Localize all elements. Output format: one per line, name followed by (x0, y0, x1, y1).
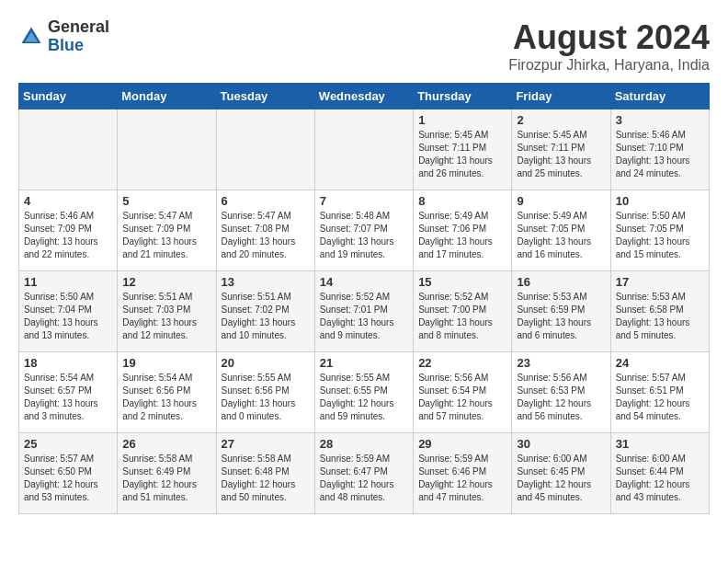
day-number: 17 (616, 275, 704, 289)
day-cell: 3Sunrise: 5:46 AM Sunset: 7:10 PM Daylig… (610, 109, 709, 190)
title-block: August 2024 Firozpur Jhirka, Haryana, In… (508, 18, 710, 74)
weekday-header-tuesday: Tuesday (216, 84, 314, 109)
day-number: 7 (320, 194, 408, 208)
weekday-header-sunday: Sunday (19, 84, 118, 109)
day-info: Sunrise: 5:54 AM Sunset: 6:57 PM Dayligh… (24, 372, 112, 423)
day-info: Sunrise: 5:59 AM Sunset: 6:46 PM Dayligh… (418, 453, 506, 504)
day-info: Sunrise: 5:57 AM Sunset: 6:51 PM Dayligh… (616, 372, 704, 423)
day-cell: 4Sunrise: 5:46 AM Sunset: 7:09 PM Daylig… (19, 190, 118, 271)
day-number: 25 (24, 437, 112, 451)
day-cell: 23Sunrise: 5:56 AM Sunset: 6:53 PM Dayli… (512, 352, 610, 433)
week-row-4: 18Sunrise: 5:54 AM Sunset: 6:57 PM Dayli… (19, 352, 710, 433)
day-info: Sunrise: 5:49 AM Sunset: 7:06 PM Dayligh… (418, 210, 506, 261)
day-cell: 15Sunrise: 5:52 AM Sunset: 7:00 PM Dayli… (414, 271, 512, 352)
day-number: 22 (418, 356, 506, 370)
weekday-header-monday: Monday (118, 84, 216, 109)
day-info: Sunrise: 5:45 AM Sunset: 7:11 PM Dayligh… (418, 129, 506, 180)
day-info: Sunrise: 5:58 AM Sunset: 6:48 PM Dayligh… (222, 453, 310, 504)
day-number: 23 (517, 356, 605, 370)
day-info: Sunrise: 5:48 AM Sunset: 7:07 PM Dayligh… (320, 210, 408, 261)
day-info: Sunrise: 5:54 AM Sunset: 6:56 PM Dayligh… (122, 372, 210, 423)
day-info: Sunrise: 5:53 AM Sunset: 6:58 PM Dayligh… (616, 291, 704, 342)
day-cell: 26Sunrise: 5:58 AM Sunset: 6:49 PM Dayli… (118, 433, 216, 514)
logo-blue: Blue (48, 37, 109, 55)
day-info: Sunrise: 5:53 AM Sunset: 6:59 PM Dayligh… (517, 291, 605, 342)
day-number: 3 (616, 113, 704, 127)
day-number: 30 (517, 437, 605, 451)
day-number: 18 (24, 356, 112, 370)
day-cell: 25Sunrise: 5:57 AM Sunset: 6:50 PM Dayli… (19, 433, 118, 514)
day-cell: 7Sunrise: 5:48 AM Sunset: 7:07 PM Daylig… (314, 190, 413, 271)
day-info: Sunrise: 5:49 AM Sunset: 7:05 PM Dayligh… (517, 210, 605, 261)
week-row-5: 25Sunrise: 5:57 AM Sunset: 6:50 PM Dayli… (19, 433, 710, 514)
day-cell (118, 109, 216, 190)
day-info: Sunrise: 5:46 AM Sunset: 7:09 PM Dayligh… (24, 210, 112, 261)
day-info: Sunrise: 5:47 AM Sunset: 7:09 PM Dayligh… (122, 210, 210, 261)
day-number: 28 (320, 437, 408, 451)
day-cell (19, 109, 118, 190)
logo-icon (18, 24, 44, 50)
day-info: Sunrise: 5:50 AM Sunset: 7:05 PM Dayligh… (616, 210, 704, 261)
day-cell: 17Sunrise: 5:53 AM Sunset: 6:58 PM Dayli… (610, 271, 709, 352)
day-info: Sunrise: 6:00 AM Sunset: 6:44 PM Dayligh… (616, 453, 704, 504)
day-cell: 12Sunrise: 5:51 AM Sunset: 7:03 PM Dayli… (118, 271, 216, 352)
day-number: 15 (418, 275, 506, 289)
day-cell: 6Sunrise: 5:47 AM Sunset: 7:08 PM Daylig… (216, 190, 314, 271)
day-number: 12 (122, 275, 210, 289)
month-year: August 2024 (508, 18, 710, 57)
day-info: Sunrise: 5:47 AM Sunset: 7:08 PM Dayligh… (222, 210, 310, 261)
weekday-header-wednesday: Wednesday (314, 84, 413, 109)
day-cell: 8Sunrise: 5:49 AM Sunset: 7:06 PM Daylig… (414, 190, 512, 271)
week-row-3: 11Sunrise: 5:50 AM Sunset: 7:04 PM Dayli… (19, 271, 710, 352)
day-info: Sunrise: 5:58 AM Sunset: 6:49 PM Dayligh… (122, 453, 210, 504)
day-number: 21 (320, 356, 408, 370)
day-info: Sunrise: 5:52 AM Sunset: 7:00 PM Dayligh… (418, 291, 506, 342)
day-cell: 19Sunrise: 5:54 AM Sunset: 6:56 PM Dayli… (118, 352, 216, 433)
day-cell: 21Sunrise: 5:55 AM Sunset: 6:55 PM Dayli… (314, 352, 413, 433)
weekday-header-row: SundayMondayTuesdayWednesdayThursdayFrid… (19, 84, 710, 109)
logo: General Blue (18, 18, 109, 55)
day-cell: 18Sunrise: 5:54 AM Sunset: 6:57 PM Dayli… (19, 352, 118, 433)
day-info: Sunrise: 5:55 AM Sunset: 6:55 PM Dayligh… (320, 372, 408, 423)
day-cell: 24Sunrise: 5:57 AM Sunset: 6:51 PM Dayli… (610, 352, 709, 433)
week-row-2: 4Sunrise: 5:46 AM Sunset: 7:09 PM Daylig… (19, 190, 710, 271)
day-info: Sunrise: 5:56 AM Sunset: 6:53 PM Dayligh… (517, 372, 605, 423)
day-cell: 28Sunrise: 5:59 AM Sunset: 6:47 PM Dayli… (314, 433, 413, 514)
day-number: 8 (418, 194, 506, 208)
day-cell: 31Sunrise: 6:00 AM Sunset: 6:44 PM Dayli… (610, 433, 709, 514)
day-cell: 1Sunrise: 5:45 AM Sunset: 7:11 PM Daylig… (414, 109, 512, 190)
day-number: 16 (517, 275, 605, 289)
day-cell: 2Sunrise: 5:45 AM Sunset: 7:11 PM Daylig… (512, 109, 610, 190)
day-cell: 29Sunrise: 5:59 AM Sunset: 6:46 PM Dayli… (414, 433, 512, 514)
day-number: 1 (418, 113, 506, 127)
weekday-header-saturday: Saturday (610, 84, 709, 109)
day-number: 20 (222, 356, 310, 370)
weekday-header-friday: Friday (512, 84, 610, 109)
day-cell: 9Sunrise: 5:49 AM Sunset: 7:05 PM Daylig… (512, 190, 610, 271)
day-cell (314, 109, 413, 190)
location: Firozpur Jhirka, Haryana, India (508, 57, 710, 74)
day-cell (216, 109, 314, 190)
day-number: 13 (222, 275, 310, 289)
day-number: 5 (122, 194, 210, 208)
day-number: 11 (24, 275, 112, 289)
day-number: 19 (122, 356, 210, 370)
day-number: 14 (320, 275, 408, 289)
day-number: 10 (616, 194, 704, 208)
day-info: Sunrise: 5:51 AM Sunset: 7:02 PM Dayligh… (222, 291, 310, 342)
day-info: Sunrise: 5:46 AM Sunset: 7:10 PM Dayligh… (616, 129, 704, 180)
day-number: 26 (122, 437, 210, 451)
day-number: 29 (418, 437, 506, 451)
day-cell: 13Sunrise: 5:51 AM Sunset: 7:02 PM Dayli… (216, 271, 314, 352)
day-info: Sunrise: 5:55 AM Sunset: 6:56 PM Dayligh… (222, 372, 310, 423)
week-row-1: 1Sunrise: 5:45 AM Sunset: 7:11 PM Daylig… (19, 109, 710, 190)
day-number: 27 (222, 437, 310, 451)
day-cell: 22Sunrise: 5:56 AM Sunset: 6:54 PM Dayli… (414, 352, 512, 433)
day-number: 24 (616, 356, 704, 370)
logo-general: General (48, 18, 109, 37)
day-number: 9 (517, 194, 605, 208)
weekday-header-thursday: Thursday (414, 84, 512, 109)
day-info: Sunrise: 6:00 AM Sunset: 6:45 PM Dayligh… (517, 453, 605, 504)
day-info: Sunrise: 5:50 AM Sunset: 7:04 PM Dayligh… (24, 291, 112, 342)
day-cell: 14Sunrise: 5:52 AM Sunset: 7:01 PM Dayli… (314, 271, 413, 352)
